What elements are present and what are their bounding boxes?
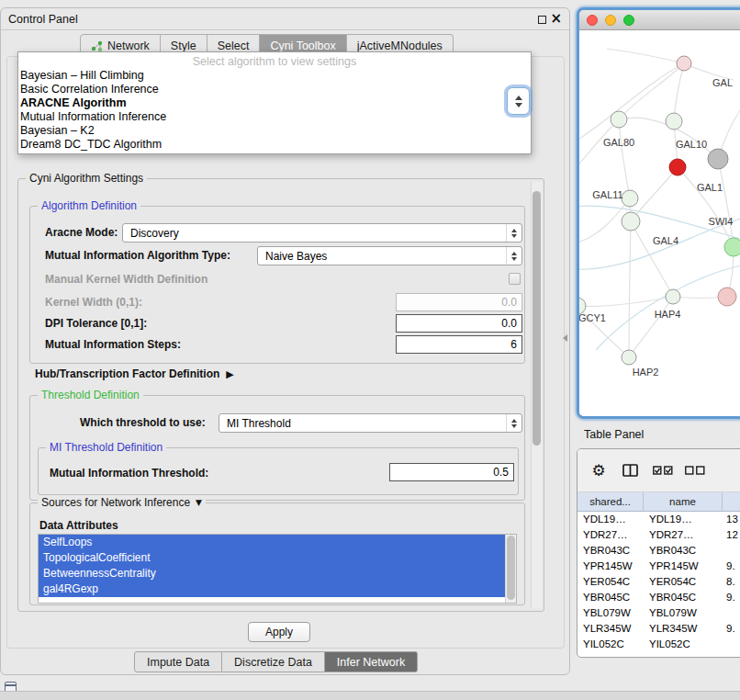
node-label: GAL [712,77,733,88]
combobox-stepper-icon [506,224,521,242]
dropdown-option[interactable]: Bayesian – Hill Climbing [18,69,531,83]
close-panel-icon[interactable]: × [550,11,562,26]
node-label: GAL11 [592,189,622,200]
dropdown-option[interactable]: Basic Correlation Inference [18,83,531,96]
cyni-algorithm-settings-group: Cyni Algorithm Settings Algorithm Defini… [17,178,544,612]
attribute-item-selected[interactable]: BetweennessCentrality [39,566,505,581]
zoom-window-icon[interactable] [623,15,634,26]
mi-threshold-input[interactable] [389,463,514,481]
gear-icon[interactable]: ⚙ [587,458,611,482]
network-canvas[interactable]: GAL GAL80 GAL10 GAL11 GAL1 SWI4 GAL4 GCY… [579,30,740,416]
cell: YBR045C [577,590,644,605]
hub-definition-expander[interactable]: Hub/Transcription Factor Definition ▶ [35,367,234,380]
app-bottom-bar [0,691,740,700]
table-row[interactable]: YBR045C YBR045C 9. [577,590,740,605]
float-window-icon[interactable] [538,16,546,24]
tab-infer-network[interactable]: Infer Network [325,651,418,672]
collapse-arrow-icon: ▼ [196,498,202,507]
kernel-width-input[interactable] [396,293,522,311]
cell: YLR345W [644,621,723,637]
manual-kernel-checkbox[interactable] [509,273,521,285]
dropdown-option[interactable]: Mutual Information Inference [18,110,531,124]
column-header-shared[interactable]: shared... [577,492,644,511]
network-node[interactable] [622,350,636,365]
attribute-item-selected[interactable]: gal4RGexp [39,581,505,597]
table-row[interactable]: YLR345W YLR345W 9. [577,621,740,637]
table-body: YDL19… YDL19… 13 YDR27… YDR27… 12 YBR043… [577,512,740,652]
node-label: GAL4 [653,235,678,246]
mi-type-combobox[interactable]: Naive Bayes [257,246,522,265]
cell: YER054C [577,574,644,590]
sources-legend[interactable]: Sources for Network Inference ▼ [38,496,206,509]
table-row[interactable]: YIL052C YIL052C [577,637,740,652]
mi-steps-input[interactable] [396,335,522,354]
cell: YBR043C [644,543,723,559]
combobox-stepper-icon [506,414,521,432]
kernel-width-label: Kernel Width (0,1): [45,296,142,309]
which-threshold-combobox[interactable]: MI Threshold [219,413,522,433]
dropdown-option[interactable]: Bayesian – K2 [18,124,531,138]
table-row[interactable]: YDL19… YDL19… 13 [577,512,740,527]
network-node[interactable] [622,212,640,231]
aracne-mode-combobox[interactable]: Discovery [122,223,522,243]
cell: 12 [723,527,740,543]
tab-impute-data[interactable]: Impute Data [134,651,222,672]
node-label: GCY1 [579,312,606,323]
cell: YBL079W [644,605,723,621]
attribute-item-selected[interactable]: TopologicalCoefficient [39,550,505,566]
data-attributes-list: SelfLoops TopologicalCoefficient Between… [38,534,517,604]
settings-scrollbar-thumb[interactable] [533,191,541,446]
panel-collapse-handle[interactable] [563,334,567,342]
threshold-definition-legend: Threshold Definition [38,389,143,401]
network-node-hub[interactable] [708,149,728,169]
network-node-selected[interactable] [669,159,686,175]
network-node[interactable] [622,190,638,207]
tab-discretize-data[interactable]: Discretize Data [222,651,325,672]
apply-button[interactable]: Apply [248,622,310,642]
stepper-up-icon [515,96,522,100]
column-header-extra[interactable] [723,492,740,511]
mi-type-value: Naive Bayes [258,250,506,263]
tab-label: Style [171,40,196,52]
network-window-titlebar[interactable] [579,10,740,30]
cell: YDL19… [644,512,723,527]
dropdown-option-selected[interactable]: ARACNE Algorithm [18,96,531,110]
stepper-down-icon [515,103,522,107]
dpi-tolerance-input[interactable] [396,314,522,333]
algorithm-combobox-stepper[interactable] [507,87,530,115]
minimize-window-icon[interactable] [605,15,616,26]
columns-icon[interactable] [619,458,643,482]
table-row[interactable]: YPR145W YPR145W 9. [577,559,740,574]
dropdown-option[interactable]: Dream8 DC_TDC Algorithm [18,138,531,152]
network-node[interactable] [677,56,691,71]
cell: 8. [723,574,740,590]
control-panel-window: Control Panel × Network Style Select Cyn… [0,7,570,675]
list-scrollbar-thumb[interactable] [507,536,515,600]
which-threshold-value: MI Threshold [219,417,506,430]
attribute-item-selected[interactable]: SelfLoops [39,535,505,550]
network-node[interactable] [666,113,682,130]
network-node[interactable] [718,288,736,306]
network-node[interactable] [666,289,680,304]
table-row[interactable]: YDR27… YDR27… 12 [577,527,740,543]
list-scrollbar[interactable] [505,535,516,603]
table-header: shared... name [577,492,740,512]
deselect-all-icon[interactable] [683,458,707,482]
table-row[interactable]: YBR043C YBR043C [577,543,740,559]
column-header-name[interactable]: name [644,492,723,511]
cell: YIL052C [577,637,644,652]
table-row[interactable]: YBL079W YBL079W [577,605,740,621]
close-window-icon[interactable] [587,15,598,26]
combobox-stepper-icon [506,247,521,265]
settings-scrollbar[interactable] [531,182,542,608]
select-all-icon[interactable] [651,458,675,482]
which-threshold-label: Which threshold to use: [80,416,206,429]
network-node[interactable] [724,238,740,256]
network-node[interactable] [611,111,627,128]
table-row[interactable]: YER054C YER054C 8. [577,574,740,590]
sources-group: Sources for Network Inference ▼ Data Att… [29,502,525,605]
tab-label: Impute Data [147,656,209,669]
node-label: HAP2 [633,367,659,378]
bottom-tabbar: Impute Data Discretize Data Infer Networ… [134,651,418,672]
cell [723,637,740,652]
